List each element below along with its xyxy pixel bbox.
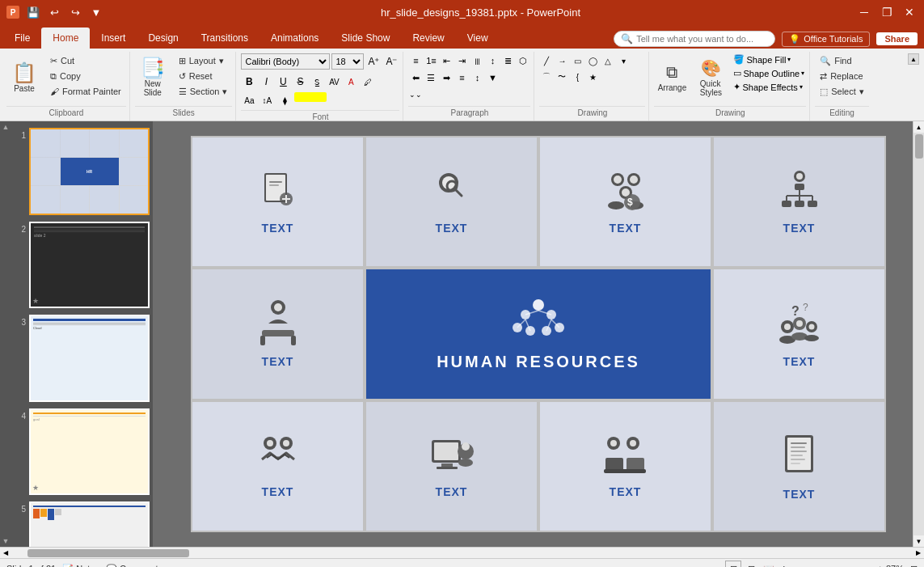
slide-sorter-button[interactable]: ⊟ <box>743 561 759 567</box>
scroll-down-button[interactable]: ▼ <box>913 535 924 547</box>
bullets-button[interactable]: ≡ <box>408 53 423 68</box>
spacing-options-button[interactable]: ▼ <box>485 70 500 85</box>
align-left-button[interactable]: ⬅ <box>408 70 423 85</box>
shape-outline-button[interactable]: ▭ Shape Outline ▾ <box>732 67 806 79</box>
strikethrough-button[interactable]: S <box>292 74 308 90</box>
arrow-shape-button[interactable]: → <box>555 53 569 68</box>
slide-2-thumb[interactable]: slide 2 ★ <box>29 222 150 309</box>
slideshow-view-button[interactable]: ▶ <box>778 561 795 567</box>
section-button[interactable]: ☰ Section ▾ <box>174 84 233 99</box>
format-painter-button[interactable]: 🖌 Format Painter <box>45 84 126 99</box>
tab-home[interactable]: Home <box>41 28 90 49</box>
copy-button[interactable]: ⧉ Copy <box>45 69 126 83</box>
tab-file[interactable]: File <box>3 28 41 49</box>
undo-button[interactable]: ↩ <box>45 3 63 21</box>
puzzle-piece-3[interactable]: $ TEXT <box>538 136 712 268</box>
save-button[interactable]: 💾 <box>24 3 42 21</box>
line-spacing-button[interactable]: ↕ <box>470 70 484 85</box>
shape-effects-button[interactable]: ✦ Shape Effects ▾ <box>732 81 806 93</box>
numbering-button[interactable]: 1≡ <box>424 53 438 68</box>
line-shape-button[interactable]: ╱ <box>539 53 554 68</box>
layout-button[interactable]: ⊞ Layout ▾ <box>174 53 233 68</box>
tab-design[interactable]: Design <box>137 28 189 49</box>
notes-button[interactable]: 📝 Notes <box>62 564 99 568</box>
scroll-left-button[interactable]: ◀ <box>0 548 11 559</box>
puzzle-piece-7[interactable]: TEXT <box>191 400 365 532</box>
minimize-button[interactable]: ─ <box>856 4 872 20</box>
puzzle-piece-9[interactable]: TEXT <box>538 400 712 532</box>
char-spacing-button[interactable]: AV <box>326 74 342 90</box>
reset-button[interactable]: ↺ Reset <box>174 69 233 83</box>
fit-to-window-button[interactable]: ⊡ <box>910 564 918 568</box>
smartart-button[interactable]: ⬡ <box>516 53 530 68</box>
tab-slideshow[interactable]: Slide Show <box>330 28 401 49</box>
align-center-button[interactable]: ☰ <box>424 70 438 85</box>
tell-me-search[interactable]: 🔍 <box>614 31 775 47</box>
puzzle-piece-5[interactable]: TEXT <box>191 268 365 400</box>
more-shapes-button[interactable]: ▾ <box>616 53 631 68</box>
brace-button[interactable]: { <box>570 70 584 84</box>
comments-button[interactable]: 💬 Comments <box>106 564 162 568</box>
h-scroll-track[interactable] <box>11 548 913 558</box>
freeform-button[interactable]: 〜 <box>555 70 569 84</box>
bold-button[interactable]: B <box>241 74 257 90</box>
restore-button[interactable]: ❐ <box>879 4 895 20</box>
align-text-button[interactable]: ≣ <box>500 53 515 68</box>
shape-fill-button[interactable]: 🪣 Shape Fill ▾ <box>732 53 806 66</box>
puzzle-piece-2[interactable]: TEXT <box>365 136 538 268</box>
font-name-select[interactable]: Calibri (Body) <box>241 53 330 70</box>
puzzle-piece-1[interactable]: TEXT <box>191 136 365 268</box>
decrease-indent-button[interactable]: ⇤ <box>439 53 454 68</box>
customize-button[interactable]: ▼ <box>87 3 105 21</box>
justify-button[interactable]: ≡ <box>454 70 469 85</box>
h-scroll-thumb[interactable] <box>27 549 189 557</box>
tab-insert[interactable]: Insert <box>90 28 137 49</box>
increase-indent-button[interactable]: ⇥ <box>454 53 469 68</box>
office-tutorials-button[interactable]: 💡 Office Tutorials <box>782 32 870 47</box>
star-button[interactable]: ★ <box>585 70 600 84</box>
underline-button[interactable]: U <box>275 74 291 90</box>
collapse-ribbon-button[interactable]: ▲ <box>908 53 919 65</box>
slide-3-thumb[interactable]: Cloud <box>29 315 150 402</box>
font-color-button[interactable]: A <box>343 74 359 90</box>
slide-5-thumb[interactable] <box>29 501 150 547</box>
scroll-thumb[interactable] <box>915 134 923 159</box>
share-button[interactable]: Share <box>876 32 918 45</box>
slide-scroll-down[interactable]: ▼ <box>2 535 10 547</box>
zoom-in-button[interactable]: + <box>878 564 883 567</box>
select-button[interactable]: ⬚ Select ▾ <box>815 84 869 99</box>
convert-to-smartart-button[interactable]: ⧫ <box>276 92 293 108</box>
tab-transitions[interactable]: Transitions <box>190 28 259 49</box>
tri-shape-button[interactable]: △ <box>601 53 615 68</box>
scroll-right-button[interactable]: ▶ <box>913 548 924 559</box>
text-direction-button[interactable]: ↕A <box>259 92 275 108</box>
reading-view-button[interactable]: 📖 <box>761 561 777 567</box>
font-decrease-button[interactable]: A⁻ <box>383 53 399 70</box>
zoom-out-button[interactable]: − <box>801 564 806 567</box>
normal-view-button[interactable]: ⊞ <box>725 561 741 567</box>
slide-1-thumb[interactable]: HR <box>29 128 150 215</box>
puzzle-piece-8[interactable]: TEXT <box>365 400 538 532</box>
paste-button[interactable]: 📋 Paste <box>6 53 42 102</box>
scroll-track[interactable] <box>913 133 924 535</box>
columns-button[interactable]: ⫼ <box>470 53 484 68</box>
slide-4-thumb[interactable]: goal ★ <box>29 408 150 496</box>
font-color2-button[interactable] <box>294 92 327 102</box>
align-right-button[interactable]: ➡ <box>439 70 454 85</box>
text-direction-para-button[interactable]: ↕ <box>485 53 500 68</box>
font-increase-button[interactable]: A⁺ <box>365 53 382 70</box>
rect-shape-button[interactable]: ▭ <box>570 53 584 68</box>
puzzle-piece-center[interactable]: HUMAN RESOURCES <box>365 268 712 400</box>
shadow-button[interactable]: S̲ <box>309 74 325 90</box>
puzzle-piece-4[interactable]: TEXT <box>712 136 886 268</box>
more-paragraph-button[interactable]: ⌄⌄ <box>408 87 423 102</box>
slide-scroll-up[interactable]: ▲ <box>2 121 10 133</box>
oval-shape-button[interactable]: ◯ <box>585 53 600 68</box>
puzzle-piece-10[interactable]: TEXT <box>712 400 886 532</box>
arrange-button[interactable]: ⧉ Arrange <box>654 53 690 102</box>
scroll-up-button[interactable]: ▲ <box>913 121 924 133</box>
quick-styles-button[interactable]: 🎨 QuickStyles <box>693 53 728 102</box>
font-size-select[interactable]: 18 <box>331 53 364 70</box>
cut-button[interactable]: ✂ Cut <box>45 53 126 68</box>
italic-button[interactable]: I <box>258 74 274 90</box>
